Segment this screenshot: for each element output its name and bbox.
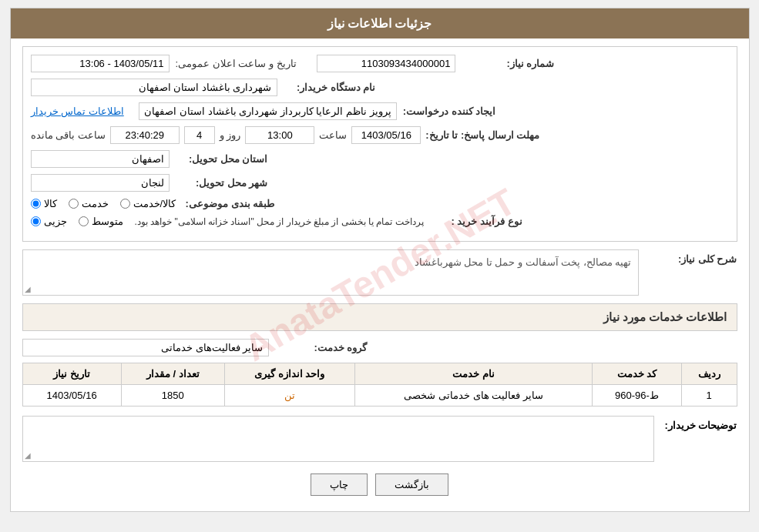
deadline-remaining-label: ساعت باقی مانده: [31, 129, 106, 141]
print-button[interactable]: چاپ: [311, 473, 368, 496]
deadline-remaining-time: 23:40:29: [110, 126, 180, 144]
need-number-value: 1103093434000001: [317, 55, 455, 72]
col-service-name: نام خدمت: [354, 363, 592, 385]
deadline-time-label: ساعت: [319, 129, 347, 141]
process-jozi-label: جزیی: [44, 216, 67, 227]
contact-info-link[interactable]: اطلاعات تماس خریدار: [31, 105, 124, 117]
process-desc-text: پرداخت تمام یا بخشی از مبلغ خریدار از مح…: [135, 216, 424, 227]
cell-code-0: ط-96-960: [593, 385, 681, 407]
category-kala-radio[interactable]: [31, 199, 41, 209]
cell-row-0: 1: [681, 385, 737, 407]
table-header-row: ردیف کد خدمت نام خدمت واحد اندازه گیری ت…: [22, 363, 737, 385]
process-jozi-item: جزیی: [31, 216, 67, 227]
col-service-code: کد خدمت: [593, 363, 681, 385]
category-kala-label: کالا: [44, 198, 57, 209]
col-quantity: تعداد / مقدار: [121, 363, 224, 385]
buyer-notes-label: توضیحات خریدار:: [660, 416, 737, 431]
buyer-notes-section: توضیحات خریدار: ◢: [22, 416, 737, 462]
services-section-title: اطلاعات خدمات مورد نیاز: [22, 303, 737, 331]
deadline-days-label: روز و: [220, 129, 241, 141]
buyer-org-row: نام دستگاه خریدار: شهرداری باغشاد استان …: [31, 79, 729, 96]
creator-row: ایجاد کننده درخواست: پرویز ناظم الرعایا …: [31, 102, 729, 120]
page-header: جزئیات اطلاعات نیاز: [11, 8, 749, 38]
page-title: جزئیات اطلاعات نیاز: [327, 17, 432, 30]
table-row: 1 ط-96-960 سایر فعالیت های خدماتی شخصی ت…: [22, 385, 737, 407]
buyer-org-label: نام دستگاه خریدار:: [284, 82, 376, 93]
cell-quantity-0: 1850: [121, 385, 224, 407]
category-kala-khadamat-radio[interactable]: [120, 199, 130, 209]
services-table: ردیف کد خدمت نام خدمت واحد اندازه گیری ت…: [22, 363, 737, 407]
process-radio-group: پرداخت تمام یا بخشی از مبلغ خریدار از مح…: [31, 216, 424, 227]
buyer-notes-resize-handle: ◢: [25, 451, 31, 460]
cell-date-0: 1403/05/16: [22, 385, 121, 407]
category-khadamat-radio[interactable]: [69, 199, 79, 209]
province-row: استان محل تحویل: اصفهان: [31, 150, 729, 168]
content-area: AnataTender.NET شماره نیاز: 110309343400…: [11, 38, 749, 511]
page-container: جزئیات اطلاعات نیاز AnataTender.NET شمار…: [10, 8, 750, 512]
cell-name-0: سایر فعالیت های خدماتی شخصی: [354, 385, 592, 407]
process-motavasset-item: متوسط: [79, 216, 123, 227]
public-date-value: 1403/05/11 - 13:06: [31, 55, 170, 72]
buyer-notes-box: ◢: [22, 416, 654, 462]
description-box: تهیه مصالح، پخت آسفالت و حمل تا محل شهرب…: [22, 249, 639, 296]
action-buttons: بازگشت چاپ: [22, 473, 737, 504]
province-label: استان محل تحویل:: [176, 153, 268, 165]
city-row: شهر محل تحویل: لنجان: [31, 174, 729, 192]
col-date: تاریخ نیاز: [22, 363, 121, 385]
deadline-days-value: 4: [184, 126, 215, 144]
process-label: نوع فرآیند خرید :: [430, 216, 522, 227]
description-section: شرح کلی نیاز: تهیه مصالح، پخت آسفالت و ح…: [22, 249, 737, 296]
city-label: شهر محل تحویل:: [176, 177, 268, 189]
col-row-num: ردیف: [681, 363, 737, 385]
category-label: طبقه بندی موضوعی:: [182, 198, 274, 209]
deadline-date-value: 1403/05/16: [351, 126, 421, 144]
services-section: گروه خدمت: سایر فعالیت‌های خدماتی ردیف ک…: [22, 339, 737, 407]
group-service-row: گروه خدمت: سایر فعالیت‌های خدماتی: [22, 339, 737, 356]
buyer-org-value: شهرداری باغشاد استان اصفهان: [31, 79, 277, 96]
deadline-time-value: 13:00: [245, 126, 314, 144]
category-kala-khadamat-label: کالا/خدمت: [133, 198, 176, 209]
creator-label: ایجاد کننده درخواست:: [403, 105, 496, 117]
need-number-row: شماره نیاز: 1103093434000001 تاریخ و ساع…: [31, 55, 729, 72]
description-label: شرح کلی نیاز:: [645, 249, 737, 265]
deadline-label: مهلت ارسال پاسخ: تا تاریخ:: [425, 129, 539, 141]
description-value: تهیه مصالح، پخت آسفالت و حمل تا محل شهرب…: [415, 256, 632, 268]
category-radio-group: کالا/خدمت خدمت کالا: [31, 198, 176, 209]
creator-value: پرویز ناظم الرعایا کاربرداز شهرداری باغش…: [139, 102, 396, 120]
category-khadamat-label: خدمت: [82, 198, 109, 209]
group-service-label: گروه خدمت:: [275, 342, 368, 353]
category-kala-item: کالا: [31, 198, 57, 209]
deadline-row: مهلت ارسال پاسخ: تا تاریخ: 1403/05/16 سا…: [31, 126, 729, 144]
public-date-label: تاریخ و ساعت اعلان عمومی:: [176, 58, 297, 69]
process-motavasset-radio[interactable]: [79, 216, 89, 226]
category-khadamat-item: خدمت: [69, 198, 109, 209]
category-kala-khadamat-item: کالا/خدمت: [120, 198, 176, 209]
process-jozi-radio[interactable]: [31, 216, 41, 226]
cell-unit-0: تن: [224, 385, 354, 407]
process-row: نوع فرآیند خرید : پرداخت تمام یا بخشی از…: [31, 216, 729, 227]
need-number-label: شماره نیاز:: [462, 58, 554, 69]
main-info-section: شماره نیاز: 1103093434000001 تاریخ و ساع…: [22, 46, 737, 242]
category-row: طبقه بندی موضوعی: کالا/خدمت خدمت کالا: [31, 198, 729, 209]
back-button[interactable]: بازگشت: [375, 473, 448, 496]
city-value: لنجان: [31, 174, 170, 192]
resize-handle: ◢: [25, 285, 31, 293]
process-motavasset-label: متوسط: [92, 216, 123, 227]
province-value: اصفهان: [31, 150, 170, 168]
col-unit: واحد اندازه گیری: [224, 363, 354, 385]
group-service-value: سایر فعالیت‌های خدماتی: [22, 339, 269, 356]
